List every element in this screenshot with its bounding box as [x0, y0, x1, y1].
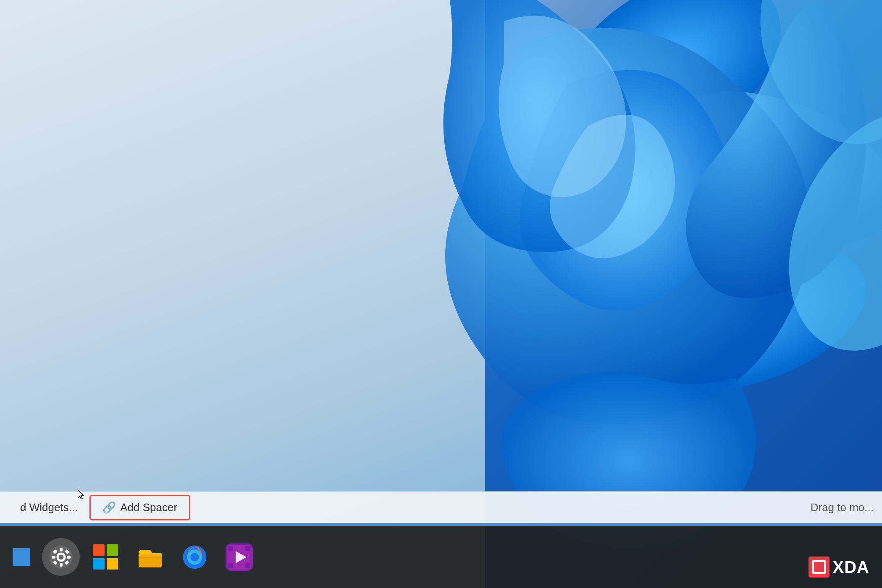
- win-quadrant-2: [107, 544, 118, 556]
- add-spacer-button[interactable]: 🔗 Add Spacer: [89, 495, 190, 520]
- taskbar-left-indicator: [13, 548, 30, 566]
- svg-rect-11: [67, 556, 71, 559]
- svg-rect-10: [52, 556, 55, 559]
- taskbar-icon-windows-colorful[interactable]: [87, 538, 124, 576]
- windows-logo-grid: [93, 544, 118, 570]
- xda-logo-inner-box: [812, 560, 826, 574]
- desktop: d Widgets... 🔗 Add Spacer Drag to mo...: [0, 0, 882, 588]
- taskbar-icon-media-player[interactable]: [220, 538, 258, 576]
- svg-point-21: [190, 553, 199, 561]
- win-quadrant-4: [107, 558, 118, 570]
- add-spacer-label: Add Spacer: [120, 501, 177, 514]
- xda-logo-text: XDA: [833, 558, 869, 577]
- add-widgets-button[interactable]: d Widgets...: [8, 496, 89, 519]
- drag-to-move-text: Drag to mo...: [811, 501, 874, 514]
- taskbar-icon-settings[interactable]: [42, 538, 80, 576]
- taskbar-context-menu: d Widgets... 🔗 Add Spacer Drag to mo...: [0, 491, 882, 523]
- svg-rect-9: [60, 563, 63, 567]
- link-icon: 🔗: [102, 501, 116, 514]
- svg-point-7: [58, 554, 63, 559]
- svg-rect-8: [60, 548, 63, 551]
- svg-rect-25: [228, 563, 233, 568]
- win-quadrant-3: [93, 558, 105, 570]
- taskbar-icon-file-explorer[interactable]: [131, 538, 169, 576]
- svg-rect-24: [228, 546, 233, 551]
- svg-rect-27: [245, 563, 250, 568]
- win-quadrant-1: [93, 544, 105, 556]
- xda-logo: XDA: [808, 556, 869, 578]
- taskbar-icon-firefox[interactable]: [176, 538, 213, 576]
- taskbar: [0, 526, 882, 588]
- taskbar-accent-line: [0, 523, 882, 526]
- xda-logo-box: [808, 556, 830, 578]
- svg-rect-26: [245, 546, 250, 551]
- svg-rect-17: [139, 553, 162, 556]
- svg-rect-18: [139, 556, 162, 558]
